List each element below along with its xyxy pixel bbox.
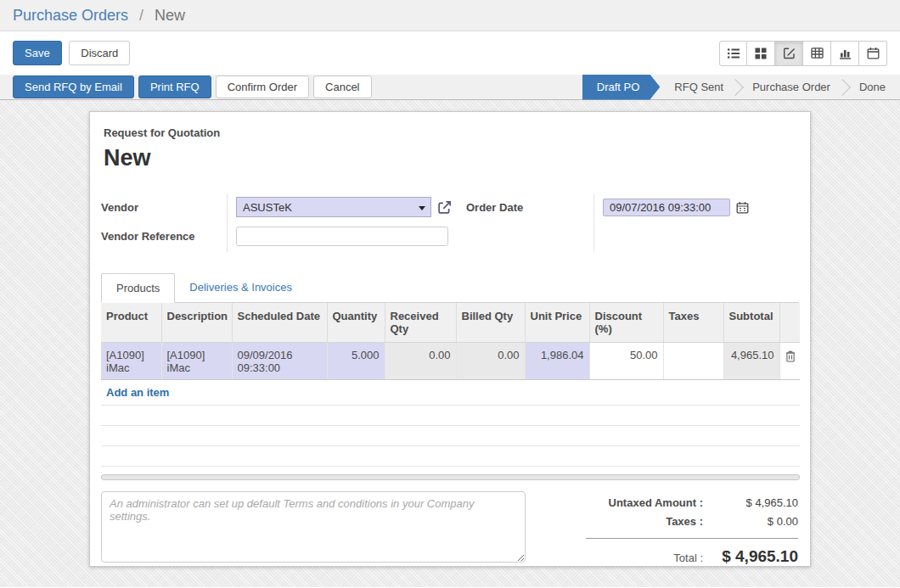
delete-row-button[interactable] [779, 343, 800, 380]
print-rfq-button[interactable]: Print RFQ [138, 76, 211, 98]
empty-row [101, 426, 800, 446]
tab-products[interactable]: Products [101, 273, 175, 303]
graph-view-button[interactable] [831, 41, 859, 66]
cell-unit-price[interactable]: 1,986.04 [525, 343, 589, 380]
stage-draft-po[interactable]: Draft PO [582, 75, 661, 100]
form-view-button[interactable] [775, 41, 803, 66]
cell-taxes[interactable] [663, 343, 723, 380]
totals-divider [586, 538, 798, 539]
field-groups: Vendor Vendor Reference ASUSTeK [101, 194, 799, 252]
view-switcher [719, 41, 887, 66]
kanban-view-button[interactable] [747, 41, 775, 66]
col-description[interactable]: Description [161, 303, 232, 343]
taxes-label: Taxes : [666, 515, 703, 528]
total-label: Total : [673, 552, 703, 564]
list-horizontal-scrollbar[interactable] [101, 474, 800, 480]
cell-subtotal: 4,965.10 [723, 343, 779, 380]
untaxed-amount-label: Untaxed Amount : [609, 496, 703, 509]
document-type-label: Request for Quotation [101, 126, 799, 139]
cell-description[interactable]: [A1090] iMac [161, 343, 232, 380]
cell-scheduled-date[interactable]: 09/09/2016 09:33:00 [232, 343, 327, 380]
order-date-label: Order Date [466, 194, 593, 220]
stage-done[interactable]: Done [845, 75, 900, 100]
empty-row [101, 406, 800, 426]
untaxed-amount-value: $ 4,965.10 [703, 496, 798, 509]
col-quantity[interactable]: Quantity [327, 303, 385, 343]
empty-row [101, 446, 800, 467]
content-area: Request for Quotation New Vendor Vendor … [0, 100, 900, 587]
cancel-button[interactable]: Cancel [313, 76, 371, 98]
cell-received-qty: 0.00 [385, 343, 456, 380]
left-field-group: Vendor Vendor Reference ASUSTeK [101, 194, 466, 252]
cell-discount[interactable]: 50.00 [589, 343, 663, 380]
table-row: [A1090] iMac [A1090] iMac 09/09/2016 09:… [101, 343, 800, 380]
record-buttons: Save Discard [13, 41, 134, 65]
notebook-tabs: Products Deliveries & Invoices [101, 273, 799, 303]
breadcrumb-purchase-orders[interactable]: Purchase Orders [13, 7, 128, 24]
add-item-row: Add an item [101, 380, 800, 406]
vendor-select[interactable]: ASUSTeK [236, 197, 431, 217]
total-value: $ 4,965.10 [703, 547, 798, 566]
list-view-button[interactable] [719, 41, 747, 66]
col-scheduled-date[interactable]: Scheduled Date [232, 303, 327, 343]
order-date-input[interactable]: 09/07/2016 09:33:00 [603, 199, 730, 216]
kanban-icon [755, 48, 767, 59]
table-header-row: Product Description Scheduled Date Quant… [101, 303, 800, 343]
calendar-view-button[interactable] [859, 41, 887, 66]
taxes-value: $ 0.00 [703, 515, 798, 528]
status-stages: Draft PO RFQ Sent Purchase Order Done [582, 75, 900, 100]
breadcrumb-separator: / [139, 7, 143, 24]
breadcrumb-current: New [155, 7, 185, 24]
col-product[interactable]: Product [101, 303, 161, 343]
cell-quantity[interactable]: 5.000 [327, 343, 385, 380]
list-icon [727, 47, 740, 60]
form-icon [783, 47, 796, 59]
col-unit-price[interactable]: Unit Price [525, 303, 589, 343]
col-actions [779, 303, 800, 343]
col-subtotal[interactable]: Subtotal [723, 303, 779, 343]
top-bar: Purchase Orders / New [0, 0, 900, 31]
tab-deliveries-invoices[interactable]: Deliveries & Invoices [175, 273, 307, 303]
terms-conditions-textarea[interactable] [101, 491, 526, 563]
status-bar: Send RFQ by Email Print RFQ Confirm Orde… [0, 75, 900, 100]
add-an-item-link[interactable]: Add an item [101, 380, 800, 406]
totals-block: Untaxed Amount : $ 4,965.10 Taxes : $ 0.… [526, 491, 799, 567]
vendor-reference-label: Vendor Reference [101, 223, 227, 249]
external-link-icon[interactable] [437, 200, 452, 215]
datepicker-calendar-icon[interactable] [736, 201, 749, 214]
col-billed-qty[interactable]: Billed Qty [456, 303, 525, 343]
confirm-order-button[interactable]: Confirm Order [216, 76, 309, 98]
breadcrumb: Purchase Orders / New [13, 7, 185, 25]
pivot-icon [811, 47, 824, 59]
left-field-values: ASUSTeK [227, 194, 466, 252]
send-rfq-by-email-button[interactable]: Send RFQ by Email [13, 76, 134, 98]
form-sheet: Request for Quotation New Vendor Vendor … [89, 111, 811, 567]
graph-icon [839, 47, 852, 59]
col-discount[interactable]: Discount (%) [589, 303, 663, 343]
page-title: New [104, 145, 799, 171]
save-button[interactable]: Save [13, 41, 62, 65]
col-received-qty[interactable]: Received Qty [385, 303, 456, 343]
order-lines-table: Product Description Scheduled Date Quant… [101, 303, 800, 467]
sheet-footer: Untaxed Amount : $ 4,965.10 Taxes : $ 0.… [101, 491, 799, 567]
left-field-labels: Vendor Vendor Reference [101, 194, 227, 252]
col-taxes[interactable]: Taxes [663, 303, 723, 343]
vendor-reference-input[interactable] [236, 227, 448, 246]
pivot-view-button[interactable] [803, 41, 831, 66]
right-field-group: Order Date 09/07/2016 09:33:00 [466, 194, 799, 252]
discard-button[interactable]: Discard [69, 41, 130, 65]
stage-purchase-order[interactable]: Purchase Order [738, 75, 845, 100]
right-field-values: 09/07/2016 09:33:00 [593, 194, 799, 252]
trash-icon [785, 350, 796, 362]
calendar-icon [867, 47, 880, 59]
cell-product[interactable]: [A1090] iMac [101, 343, 161, 380]
form-toolbar: Save Discard [0, 31, 900, 75]
right-field-labels: Order Date [466, 194, 593, 252]
vendor-label: Vendor [101, 194, 227, 220]
cell-billed-qty: 0.00 [456, 343, 525, 380]
workflow-buttons: Send RFQ by Email Print RFQ Confirm Orde… [13, 76, 376, 98]
